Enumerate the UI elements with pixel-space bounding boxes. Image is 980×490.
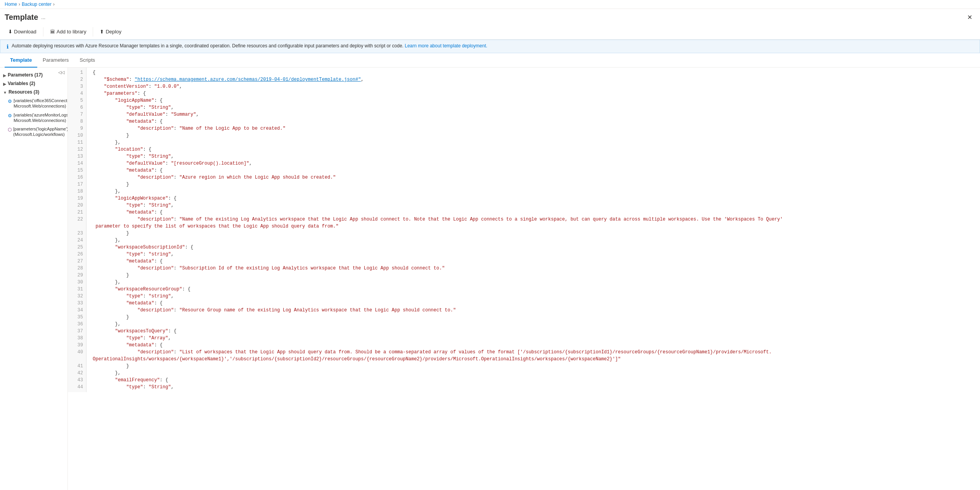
download-button[interactable]: ⬇ Download [5,26,40,37]
tab-scripts[interactable]: Scripts [74,53,100,68]
code-line-39: "metadata": { [93,342,974,349]
code-line-14: "defaultValue": "[resourceGroup().locati… [93,160,974,167]
deploy-icon: ⬆ [100,29,104,35]
code-line-6: "type": "String", [93,104,974,111]
api-icon-1: ⚙ [8,113,12,119]
sidebar-group-resources[interactable]: ▼ Resources (3) [0,88,68,96]
code-line-29: } [93,272,974,279]
code-line-10: } [93,132,974,139]
breadcrumb-sep1: › [19,2,20,7]
toolbar: ⬇ Download 🏛 Add to library ⬆ Deploy [0,24,980,40]
info-text: Automate deploying resources with Azure … [12,43,487,49]
code-line-3: "contentVersion": "1.0.0.0", [93,83,974,90]
code-line-21: "metadata": { [93,209,974,216]
code-container: 1 2 3 4 5 6 7 8 9 10 11 12 13 14 15 16 1… [68,68,980,392]
page-header: Template ... ✕ [0,9,980,24]
code-line-44: "type": "String", [93,384,974,391]
code-line-9: "description": "Name of the Logic App to… [93,125,974,132]
code-line-38: "type": "Array", [93,335,974,342]
info-icon: ℹ [7,43,9,50]
tab-template[interactable]: Template [5,53,37,68]
code-line-2: "$schema": "https://schema.management.az… [93,76,974,83]
download-icon: ⬇ [8,29,12,35]
info-link[interactable]: Learn more about template deployment. [405,43,487,49]
line-numbers: 1 2 3 4 5 6 7 8 9 10 11 12 13 14 15 16 1… [68,68,87,392]
code-line-24: }, [93,237,974,244]
tab-parameters[interactable]: Parameters [37,53,74,68]
add-to-library-button[interactable]: 🏛 Add to library [47,26,90,37]
code-line-17: } [93,181,974,188]
sidebar-resources-label: Resources (3) [9,89,39,95]
code-line-26: "type": "string", [93,251,974,258]
toolbar-separator-1 [43,27,43,36]
code-line-31: "workspaceResourceGroup": { [93,286,974,293]
code-line-7: "defaultValue": "Summary", [93,111,974,118]
code-line-19: "logicAppWorkspace": { [93,195,974,202]
sidebar: ◁◁ ▶ Parameters (17) ▶ Variables (2) ▼ R… [0,68,68,490]
code-content: { "$schema": "https://schema.management.… [87,68,980,392]
code-line-8: "metadata": { [93,118,974,125]
code-line-35: } [93,314,974,321]
close-button[interactable]: ✕ [964,12,975,23]
download-label: Download [14,29,36,35]
deploy-button[interactable]: ⬆ Deploy [96,26,125,37]
sidebar-parameters-label: Parameters (17) [8,72,43,78]
code-line-40b: OperationalInsights/workspaces/{workspac… [93,356,974,363]
code-line-34: "description": "Resource Group name of t… [93,307,974,314]
code-line-25: "workspaceSubscriptionId": { [93,244,974,251]
api-icon-0: ⚙ [8,98,12,105]
code-line-23: } [93,230,974,237]
info-bar: ℹ Automate deploying resources with Azur… [0,40,980,53]
code-line-5: "logicAppName": { [93,97,974,104]
code-line-32: "type": "string", [93,293,974,300]
main-content: ◁◁ ▶ Parameters (17) ▶ Variables (2) ▼ R… [0,68,980,490]
item-label-1: [variables('azureMonitorLogsConn...Micro… [14,112,68,123]
code-line-22b: parameter to specify the list of workspa… [93,223,974,230]
code-line-40: "description": "List of workspaces that … [93,349,974,356]
expand-icon-resources: ▼ [3,90,7,95]
code-line-42: }, [93,370,974,377]
code-line-27: "metadata": { [93,258,974,265]
code-line-15: "metadata": { [93,167,974,174]
code-area[interactable]: 1 2 3 4 5 6 7 8 9 10 11 12 13 14 15 16 1… [68,68,980,490]
code-line-18: }, [93,188,974,195]
breadcrumb-home[interactable]: Home [5,2,17,7]
page-title: Template [5,13,38,22]
add-to-library-icon: 🏛 [50,29,55,35]
breadcrumb-backup-center[interactable]: Backup center [22,2,52,7]
tabs-bar: Template Parameters Scripts [0,53,980,68]
code-line-11: }, [93,139,974,146]
item-label-2: [parameters('logicAppName')](Microsoft.L… [13,126,68,137]
sidebar-item-1[interactable]: ⚙ [variables('azureMonitorLogsConn...Mic… [0,111,68,125]
toolbar-separator-2 [93,27,93,36]
code-line-28: "description": "Subscription Id of the e… [93,265,974,272]
sidebar-item-0[interactable]: ⚙ [variables('office365ConnectionNa...Mi… [0,96,68,111]
top-bar: Home › Backup center › [0,0,980,9]
deploy-label: Deploy [106,29,121,35]
code-line-22: "description": "Name of the existing Log… [93,216,974,223]
code-line-16: "description": "Azure region in which th… [93,174,974,181]
code-line-20: "type": "String", [93,202,974,209]
code-line-12: "location": { [93,146,974,153]
sidebar-variables-label: Variables (2) [8,81,35,86]
code-line-33: "metadata": { [93,300,974,307]
code-line-1: { [93,69,974,76]
add-to-library-label: Add to library [57,29,87,35]
code-line-37: "workspacesToQuery": { [93,328,974,335]
sidebar-collapse-button[interactable]: ◁◁ [57,69,66,76]
code-line-36: }, [93,321,974,328]
breadcrumb-sep2: › [53,2,55,7]
sidebar-item-2[interactable]: ⬡ [parameters('logicAppName')](Microsoft… [0,125,68,139]
expand-icon-parameters: ▶ [3,73,6,78]
code-line-43: "emailFrequency": { [93,377,974,384]
breadcrumb: Home › Backup center › [5,2,975,7]
item-label-0: [variables('office365ConnectionNa...Micr… [14,98,68,109]
logic-icon-2: ⬡ [8,127,12,133]
code-line-41: } [93,363,974,370]
code-line-4: "parameters": { [93,90,974,97]
code-line-13: "type": "String", [93,153,974,160]
code-line-30: }, [93,279,974,286]
sidebar-group-variables[interactable]: ▶ Variables (2) [0,79,68,88]
page-title-extra: ... [41,14,45,20]
expand-icon-variables: ▶ [3,82,6,86]
